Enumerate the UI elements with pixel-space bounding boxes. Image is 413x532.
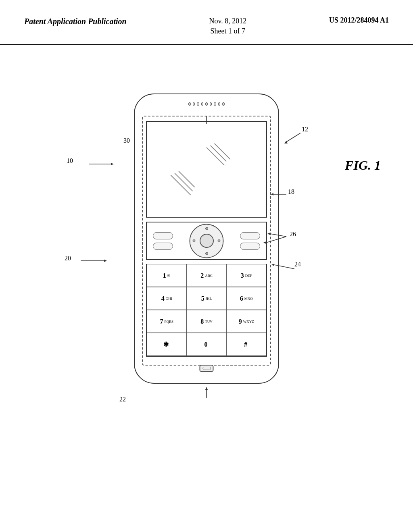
speaker-dot [218, 102, 221, 106]
patent-number: US 2012/284094 A1 [329, 16, 389, 25]
publication-title: Patent Application Publication [24, 16, 127, 27]
dpad-center-button[interactable] [200, 234, 214, 248]
key-0[interactable]: 0 [187, 333, 227, 356]
speaker-dot [210, 102, 212, 106]
dpad-left-indicator [193, 239, 196, 242]
ref-30: 30 [123, 137, 130, 144]
speaker-grille [188, 102, 225, 110]
dpad-down-indicator [205, 252, 208, 255]
dpad-up-indicator [205, 227, 208, 230]
publication-date: Nov. 8, 2012 [209, 17, 246, 25]
key-4[interactable]: 4GHI [147, 287, 187, 310]
speaker-dot [197, 102, 199, 106]
ref-18: 18 [288, 188, 294, 195]
left-softkey-top[interactable] [153, 232, 173, 239]
right-softkey-bottom[interactable] [240, 243, 260, 250]
page-header: Patent Application Publication Nov. 8, 2… [0, 0, 413, 45]
sheet-info: Sheet 1 of 7 [211, 27, 245, 35]
figure-label: FIG. 1 [345, 158, 381, 173]
svg-marker-14 [104, 260, 107, 262]
nav-area [146, 222, 267, 260]
key-3[interactable]: 3DEF [226, 264, 266, 287]
left-softkey-bottom[interactable] [153, 243, 173, 250]
svg-line-9 [286, 133, 300, 142]
speaker-dot [201, 102, 204, 106]
header-date-sheet: Nov. 8, 2012 Sheet 1 of 7 [209, 16, 246, 36]
ref-26: 26 [290, 231, 296, 238]
port-inner [202, 367, 211, 370]
speaker-dot [205, 102, 208, 106]
svg-marker-8 [111, 163, 114, 165]
right-softkeys [240, 232, 260, 250]
key-5[interactable]: 5JKL [187, 287, 227, 310]
speaker-dot [214, 102, 216, 106]
ref-22: 22 [119, 396, 126, 403]
key-6[interactable]: 6MNO [226, 287, 266, 310]
key-7[interactable]: 7PQRS [147, 310, 187, 333]
left-softkeys [153, 232, 173, 250]
port-connector [200, 365, 214, 372]
key-9[interactable]: 9WXYZ [226, 310, 266, 333]
svg-marker-22 [205, 387, 208, 390]
speaker-dot [193, 102, 195, 106]
key-star[interactable]: ✱ [147, 333, 187, 356]
key-hash[interactable]: # [226, 333, 266, 356]
key-1[interactable]: 1✉ [147, 264, 187, 287]
ref-24: 24 [294, 261, 301, 268]
keypad: 1✉ 2ABC 3DEF 4GHI 5JKL 6MNO 7PQRS 8TUV 9… [146, 264, 267, 357]
bottom-port [200, 365, 214, 373]
key-2[interactable]: 2ABC [187, 264, 227, 287]
ref-12: 12 [302, 126, 308, 133]
svg-marker-10 [284, 141, 288, 143]
phone-diagram: 1✉ 2ABC 3DEF 4GHI 5JKL 6MNO 7PQRS 8TUV 9… [134, 94, 279, 384]
ref-10: 10 [67, 157, 73, 164]
speaker-dot [188, 102, 191, 106]
drawing-area: FIG. 1 [0, 45, 413, 525]
dpad[interactable] [190, 224, 224, 258]
key-8[interactable]: 8TUV [187, 310, 227, 333]
ref-20: 20 [65, 255, 71, 262]
dpad-right-indicator [218, 239, 221, 242]
right-softkey-top[interactable] [240, 232, 260, 239]
speaker-dot [222, 102, 225, 106]
